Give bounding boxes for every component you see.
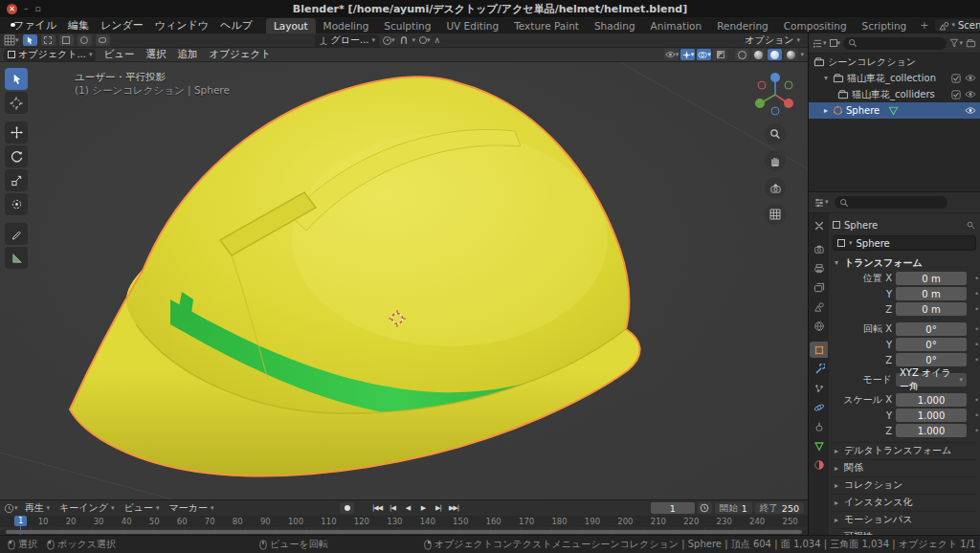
- rotation-mode-dropdown[interactable]: XYZ オイラー角▾: [896, 373, 967, 387]
- workspace-tab[interactable]: Rendering: [709, 18, 776, 33]
- workspace-tab[interactable]: Modeling: [316, 18, 377, 33]
- orientation-gizmo[interactable]: [750, 68, 800, 118]
- panel-header[interactable]: ▸可視性: [833, 528, 976, 535]
- workspace-tab[interactable]: Texture Paint: [506, 18, 587, 33]
- select-box-tool[interactable]: [5, 68, 28, 90]
- pivot-point-dropdown[interactable]: ▾: [383, 36, 395, 45]
- object-visibility-dropdown[interactable]: ▾: [664, 49, 679, 60]
- tab-view-layer[interactable]: [810, 279, 828, 296]
- tab-tool[interactable]: [810, 217, 828, 233]
- properties-search-input[interactable]: [835, 196, 947, 209]
- tab-world[interactable]: [810, 318, 828, 334]
- outliner-filter-button[interactable]: ▾: [949, 38, 963, 48]
- exclude-checkbox-icon[interactable]: [951, 74, 961, 83]
- show-gizmo-toggle[interactable]: ▾: [680, 49, 695, 60]
- frame-start-field[interactable]: 開始1: [715, 502, 752, 514]
- show-overlays-toggle[interactable]: ▾: [697, 49, 711, 60]
- menu-item[interactable]: 編集: [62, 18, 95, 33]
- pin-icon[interactable]: [966, 220, 976, 231]
- workspace-tab[interactable]: UV Editing: [438, 18, 506, 33]
- eye-icon[interactable]: [965, 74, 976, 82]
- current-frame-field[interactable]: 1: [651, 502, 695, 514]
- measure-tool[interactable]: [5, 247, 28, 269]
- outliner-row-scene-collection[interactable]: シーンコレクション: [809, 54, 980, 70]
- location-y-field[interactable]: 0 m: [896, 287, 967, 300]
- rotation-x-field[interactable]: 0°: [896, 322, 967, 336]
- outliner-display-mode-dropdown[interactable]: ▾: [813, 38, 827, 49]
- timeline-ruler[interactable]: 1102030405060708090100110120130140150160…: [0, 516, 808, 535]
- gizmo-x-neg[interactable]: [758, 81, 766, 89]
- play-reverse-button[interactable]: ◀: [400, 502, 414, 514]
- gizmo-z-axis[interactable]: [770, 73, 780, 82]
- tab-material[interactable]: [810, 456, 828, 473]
- tool-option-circle[interactable]: [78, 34, 92, 46]
- tab-constraints[interactable]: [810, 418, 828, 434]
- timeline-menu-item[interactable]: ビュー▾: [119, 501, 164, 515]
- workspace-tab[interactable]: Layout: [266, 18, 316, 33]
- scene-selector[interactable]: ▾ Scene: [935, 19, 980, 32]
- menu-item[interactable]: ウィンドウ: [149, 18, 214, 33]
- outliner-filter-type-dropdown[interactable]: ▾: [830, 39, 841, 47]
- timeline-editor-type[interactable]: ▾: [4, 503, 18, 514]
- editor-type-selector[interactable]: ▾: [4, 34, 19, 46]
- expand-icon[interactable]: ▾: [822, 74, 830, 82]
- viewport-menu-item[interactable]: 選択: [140, 48, 171, 61]
- record-button[interactable]: [340, 502, 354, 514]
- panel-header[interactable]: ▸関係: [833, 459, 976, 476]
- viewport-menu-item[interactable]: ビュー: [98, 48, 140, 61]
- transform-tool[interactable]: [5, 193, 28, 215]
- tab-render[interactable]: [810, 241, 828, 257]
- viewport-3d[interactable]: ユーザー・平行投影 (1) シーンコレクション | Sphere: [0, 62, 808, 499]
- new-collection-button[interactable]: [966, 38, 976, 48]
- shading-dropdown[interactable]: ▾: [800, 52, 804, 58]
- proportional-falloff-icon[interactable]: ∧: [434, 35, 441, 45]
- camera-view-button[interactable]: [765, 177, 786, 198]
- timeline-menu-item[interactable]: マーカー▾: [164, 501, 218, 515]
- scale-tool[interactable]: [5, 169, 28, 191]
- tab-physics[interactable]: [810, 399, 828, 415]
- snap-settings-dropdown[interactable]: ▾: [412, 37, 416, 44]
- location-x-field[interactable]: 0 m: [896, 272, 967, 285]
- scale-x-field[interactable]: 1.000: [896, 393, 967, 407]
- eye-icon[interactable]: [965, 90, 976, 99]
- scale-z-field[interactable]: 1.000: [896, 424, 967, 437]
- frame-end-field[interactable]: 終了250: [755, 502, 804, 514]
- workspace-tab[interactable]: Shading: [587, 18, 643, 33]
- panel-header[interactable]: ▸コレクション: [833, 476, 976, 493]
- object-name-field[interactable]: ▾ Sphere: [833, 235, 976, 251]
- next-keyframe-button[interactable]: ▶|: [431, 502, 445, 514]
- scale-y-field[interactable]: 1.000: [896, 409, 967, 422]
- mode-dropdown[interactable]: オブジェクト...▾: [4, 49, 96, 61]
- shading-material-button[interactable]: [768, 49, 782, 60]
- rotation-y-field[interactable]: 0°: [896, 338, 967, 351]
- jump-to-end-button[interactable]: ▶▶|: [446, 502, 460, 514]
- zoom-view-button[interactable]: [765, 123, 786, 144]
- prev-keyframe-button[interactable]: |◀: [385, 502, 399, 514]
- viewport-menu-item[interactable]: オブジェクト: [203, 48, 276, 61]
- panel-header[interactable]: ▸デルタトランスフォーム: [833, 442, 976, 458]
- viewport-menu-item[interactable]: 追加: [171, 48, 203, 61]
- tab-modifiers[interactable]: [810, 361, 828, 377]
- location-z-field[interactable]: 0 m: [896, 302, 967, 316]
- active-tool-select-box[interactable]: [23, 34, 37, 46]
- pan-view-button[interactable]: [765, 150, 786, 171]
- transform-orientation-dropdown[interactable]: グロー...▾: [315, 34, 380, 47]
- workspace-tab[interactable]: Compositing: [776, 18, 855, 33]
- tool-option-box[interactable]: [59, 34, 74, 46]
- shading-rendered-button[interactable]: [784, 49, 798, 60]
- shading-wireframe-button[interactable]: [735, 49, 749, 60]
- tool-option-lasso[interactable]: [96, 34, 110, 46]
- menu-item[interactable]: ヘルプ: [214, 18, 258, 33]
- outliner-search-input[interactable]: [843, 37, 947, 50]
- eye-icon[interactable]: [965, 106, 976, 115]
- play-button[interactable]: ▶: [415, 502, 430, 514]
- gizmo-z-neg[interactable]: [771, 107, 779, 115]
- menu-item[interactable]: ファイル: [8, 18, 62, 33]
- outliner-row-sphere[interactable]: ▸ Sphere: [809, 102, 980, 119]
- properties-editor-type[interactable]: ▾: [813, 197, 829, 209]
- timeline-menu-item[interactable]: 再生▾: [20, 501, 56, 515]
- workspace-tab[interactable]: Sculpting: [376, 18, 438, 33]
- workspace-tab[interactable]: Scripting: [855, 18, 915, 33]
- expand-icon[interactable]: ▸: [822, 106, 830, 115]
- gizmo-x-axis[interactable]: [784, 99, 793, 108]
